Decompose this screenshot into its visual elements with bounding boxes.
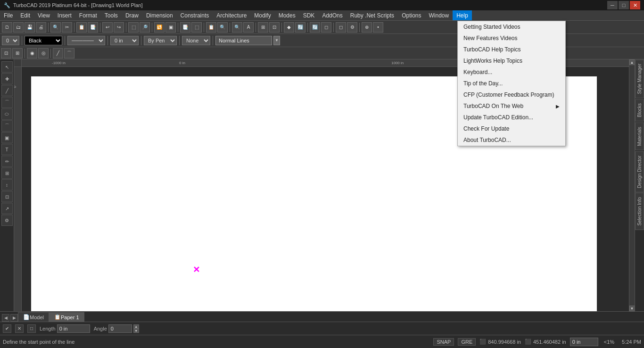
toolbar1-btn-16[interactable]: 📋 [206, 22, 216, 33]
toolbar1-btn-12[interactable]: 🔁 [154, 22, 165, 33]
toolbar1-btn-4[interactable]: 🔍 [50, 22, 61, 33]
help-menu-item-5[interactable]: Tip of the Day... [458, 78, 565, 89]
lp-btn-13[interactable]: ↗ [1, 203, 13, 214]
layer-select[interactable]: 0 [2, 36, 19, 45]
menu-item-addons[interactable]: AddOns [318, 10, 346, 20]
angle-spinner[interactable]: ▲ ▼ [133, 324, 139, 333]
input-cancel-btn[interactable]: ✕ [15, 324, 24, 333]
selection-info-tab[interactable]: Selection Info [635, 193, 644, 230]
toolbar1-btn-26[interactable]: ◻ [336, 22, 346, 33]
help-menu-item-2[interactable]: TurboCAD Help Topics [458, 44, 565, 55]
title-bar-controls[interactable]: ─ □ ✕ [607, 1, 640, 9]
maximize-button[interactable]: □ [619, 1, 629, 9]
materials-tab[interactable]: Materials [635, 123, 644, 150]
menu-item-rubynetscripts[interactable]: Ruby .Net Scripts [347, 10, 398, 20]
menu-item-dimension[interactable]: Dimension [142, 10, 177, 20]
angle-input[interactable] [108, 324, 132, 333]
toolbar1-btn-25[interactable]: ◻ [321, 22, 331, 33]
help-menu-item-1[interactable]: New Features Videos [458, 33, 565, 44]
toolbar1-btn-27[interactable]: ⚙ [347, 22, 357, 33]
toolbar1-btn-21[interactable]: ⊡ [269, 22, 280, 33]
angle-up-btn[interactable]: ▲ [133, 324, 139, 329]
toolbar1-btn-19[interactable]: A [243, 22, 254, 33]
polar-btn[interactable]: ◎ [38, 48, 49, 58]
toolbar1-btn-23[interactable]: 🔄 [295, 22, 305, 33]
z-input[interactable] [570, 338, 598, 346]
scroll-down-btn[interactable]: ▼ [629, 306, 635, 311]
style-manager-tab[interactable]: Style Manager [635, 59, 644, 98]
menu-item-insert[interactable]: Insert [54, 10, 75, 20]
toolbar1-btn-14[interactable]: 📑 [180, 22, 190, 33]
angle-down-btn[interactable]: ▼ [133, 329, 139, 333]
toolbar1-btn-10[interactable]: ⬚ [128, 22, 139, 33]
arc-btn[interactable]: ⌒ [64, 48, 74, 58]
lp-btn-4[interactable]: ⌒ [1, 97, 13, 108]
design-director-tab[interactable]: Design Director [635, 151, 644, 192]
toolbar1-btn-24[interactable]: 🔄 [310, 22, 320, 33]
lp-btn-7[interactable]: ▣ [1, 132, 13, 143]
lp-btn-6[interactable]: ⌒ [1, 120, 13, 132]
menu-item-modify[interactable]: Modify [250, 10, 274, 20]
toolbar1-btn-15[interactable]: ⬚ [191, 22, 202, 33]
menu-item-modes[interactable]: Modes [275, 10, 299, 20]
help-menu-item-4[interactable]: Keyboard... [458, 66, 565, 78]
toolbar1-btn-18[interactable]: 🔍 [232, 22, 242, 33]
lp-btn-8[interactable]: T [1, 144, 13, 155]
menu-item-sdk[interactable]: SDK [299, 10, 319, 20]
model-tab[interactable]: 📄 Model [18, 312, 49, 322]
menu-item-tools[interactable]: Tools [101, 10, 122, 20]
lp-btn-5[interactable]: ⬭ [1, 108, 13, 120]
toolbar1-btn-28[interactable]: ⊕ [362, 22, 372, 33]
scroll-up-btn[interactable]: ▲ [629, 59, 635, 65]
menu-item-architecture[interactable]: Architecture [213, 10, 250, 20]
menu-item-file[interactable]: File [0, 10, 17, 20]
toolbar1-btn-9[interactable]: ↪ [114, 22, 124, 33]
toolbar1-btn-7[interactable]: 📑 [88, 22, 98, 33]
select-tool-btn[interactable]: ↖ [1, 61, 13, 73]
lp-btn-11[interactable]: ↕ [1, 179, 13, 191]
toolbar1-btn-3[interactable]: 🖨 [36, 22, 46, 33]
paper1-tab[interactable]: 📋 Paper 1 [49, 312, 84, 322]
line-weight-select[interactable]: 0 in [110, 36, 139, 45]
toolbar1-btn-2[interactable]: 💾 [25, 22, 35, 33]
lp-btn-14[interactable]: ⚙ [1, 215, 13, 226]
blocks-tab[interactable]: Blocks [635, 99, 644, 121]
menu-item-edit[interactable]: Edit [17, 10, 34, 20]
help-menu-item-9[interactable]: Check For Update [458, 123, 565, 134]
color-select[interactable]: Black [25, 36, 62, 45]
input-check-btn[interactable]: ✔ [3, 324, 11, 333]
fill-mode-select[interactable]: None [182, 36, 210, 45]
lp-btn-2[interactable]: ✚ [1, 73, 13, 84]
toolbar1-btn-1[interactable]: 🗂 [13, 22, 24, 33]
help-menu-item-8[interactable]: Update TurboCAD Edition... [458, 112, 565, 123]
snap-btn[interactable]: SNAP [433, 338, 454, 346]
toolbar1-btn-20[interactable]: ⊞ [258, 22, 268, 33]
menu-item-options[interactable]: Options [398, 10, 425, 20]
pen-mode-select[interactable]: By Pen [144, 36, 177, 45]
toolbar1-btn-22[interactable]: ◆ [284, 22, 294, 33]
help-menu-item-3[interactable]: LightWorks Help Topics [458, 55, 565, 66]
tab-left-btn[interactable]: ◀ [2, 314, 9, 322]
menu-item-view[interactable]: View [34, 10, 54, 20]
toolbar1-btn-0[interactable]: 🗋 [2, 22, 12, 33]
menu-item-constraints[interactable]: Constraints [177, 10, 213, 20]
toolbar1-btn-6[interactable]: 📋 [76, 22, 87, 33]
right-scrollbar[interactable]: ▲ ▼ [629, 59, 635, 311]
toolbar1-btn-29[interactable]: • [373, 22, 383, 33]
menu-item-draw[interactable]: Draw [122, 10, 142, 20]
menu-item-format[interactable]: Format [75, 10, 101, 20]
normal-lines-arrow[interactable]: ▼ [273, 36, 280, 45]
help-menu-item-0[interactable]: Getting Started Videos [458, 21, 565, 33]
menu-item-window[interactable]: Window [425, 10, 453, 20]
toolbar1-btn-11[interactable]: 🔎 [140, 22, 150, 33]
help-menu-item-10[interactable]: About TurboCAD... [458, 134, 565, 146]
line-style-select[interactable]: ────── [67, 36, 105, 45]
ortho-btn[interactable]: ◉ [27, 48, 37, 58]
lp-btn-3[interactable]: ╱ [1, 85, 13, 96]
toolbar1-btn-5[interactable]: ✂ [62, 22, 72, 33]
toolbar1-btn-17[interactable]: 🔍 [217, 22, 228, 33]
tab-right-btn[interactable]: ▶ [10, 314, 18, 322]
line-btn[interactable]: ╱ [53, 48, 63, 58]
length-input[interactable] [57, 324, 90, 333]
help-menu-item-6[interactable]: CFP (Customer Feedback Program) [458, 89, 565, 100]
